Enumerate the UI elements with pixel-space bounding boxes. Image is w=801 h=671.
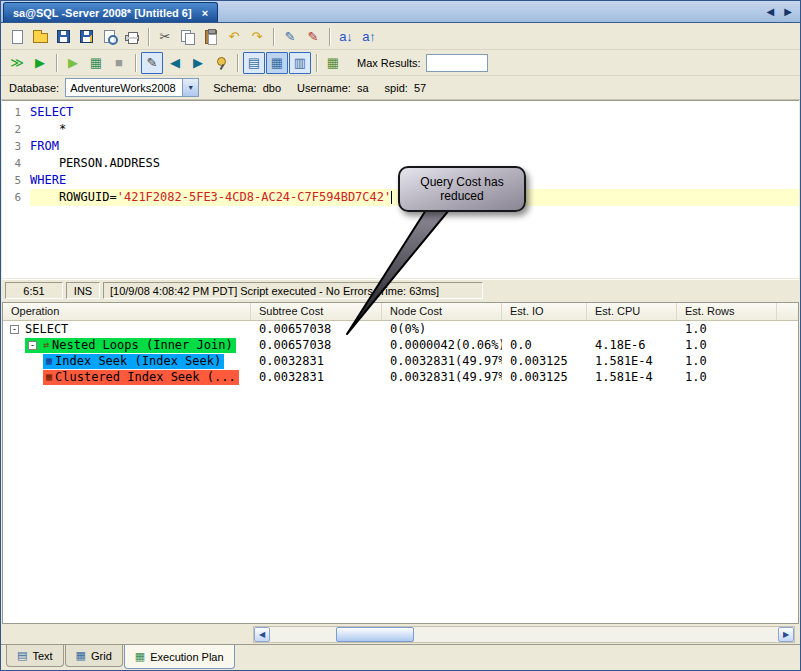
operation-chip: -SELECT bbox=[7, 322, 71, 337]
plan-cell: 0.00657038 bbox=[251, 321, 382, 337]
results-grid-mode-icon-glyph: ▦ bbox=[271, 56, 283, 69]
sql-keyword-segment: SELECT bbox=[30, 105, 73, 119]
sql-plain-segment: PERSON.ADDRESS bbox=[30, 156, 160, 170]
schema-value: dbo bbox=[263, 82, 281, 94]
schema-label: Schema: bbox=[213, 82, 256, 94]
scrollbar-thumb[interactable] bbox=[336, 627, 414, 642]
editor-line-2[interactable]: 2 * bbox=[2, 121, 799, 138]
tab-execution-plan[interactable]: ▦Execution Plan bbox=[124, 645, 235, 669]
editor-line-1[interactable]: 1SELECT bbox=[2, 104, 799, 121]
plan-row[interactable]: ▦Clustered Index Seek (...0.00328310.003… bbox=[3, 369, 798, 385]
plan-column-header-node-cost[interactable]: Node Cost bbox=[382, 303, 502, 320]
save-icon[interactable] bbox=[52, 26, 74, 48]
plan-row[interactable]: -⇄Nested Loops (Inner Join)0.006570380.0… bbox=[3, 337, 798, 353]
close-tab-icon[interactable]: × bbox=[202, 7, 208, 19]
result-tabs: ▤Text▦Grid▦Execution Plan bbox=[1, 644, 800, 671]
save-all-icon-glyph bbox=[80, 30, 93, 43]
tab-label: Grid bbox=[91, 650, 112, 662]
operation-cell: ▦Clustered Index Seek (... bbox=[3, 370, 251, 385]
print-icon[interactable] bbox=[121, 26, 143, 48]
results-grid-mode-icon[interactable]: ▦ bbox=[266, 52, 288, 74]
toolbar-separator bbox=[135, 54, 137, 72]
execute-icon[interactable]: ▶ bbox=[29, 52, 51, 74]
plan-header-row: OperationSubtree CostNode CostEst. IOEst… bbox=[3, 303, 798, 321]
database-selected-value: AdventureWorks2008 bbox=[70, 82, 176, 94]
redo-icon[interactable]: ↷ bbox=[246, 26, 268, 48]
database-select[interactable]: AdventureWorks2008 ▼ bbox=[65, 78, 199, 97]
editor-line-3[interactable]: 3FROM bbox=[2, 138, 799, 155]
tree-collapse-icon[interactable]: - bbox=[10, 325, 19, 334]
syntax-check-icon[interactable]: ✎ bbox=[302, 26, 324, 48]
execute-export-icon-glyph: ▦ bbox=[90, 56, 102, 69]
grid-tab-icon: ▦ bbox=[76, 650, 86, 661]
plan-column-header-est-io[interactable]: Est. IO bbox=[502, 303, 587, 320]
plan-column-header-est-rows[interactable]: Est. Rows bbox=[677, 303, 777, 320]
execute-all-icon-glyph: ≫ bbox=[10, 56, 24, 69]
operation-cell: -⇄Nested Loops (Inner Join) bbox=[3, 338, 251, 353]
copy-icon[interactable] bbox=[177, 26, 199, 48]
insert-mode-indicator: INS bbox=[66, 282, 100, 299]
lowercase-convert-icon[interactable]: a↓ bbox=[335, 26, 357, 48]
tree-collapse-icon[interactable]: - bbox=[28, 341, 37, 350]
nested-loops-icon: ⇄ bbox=[43, 340, 49, 350]
uppercase-convert-icon[interactable]: a↑ bbox=[358, 26, 380, 48]
plan-row[interactable]: ▦Index Seek (Index Seek)0.00328310.00328… bbox=[3, 353, 798, 369]
plan-row[interactable]: -SELECT0.006570380(0%)1.0 bbox=[3, 321, 798, 337]
cursor-position: 6:51 bbox=[5, 282, 63, 299]
cut-icon[interactable]: ✂ bbox=[154, 26, 176, 48]
plan-cell: 0.0 bbox=[502, 337, 587, 353]
print-preview-icon[interactable] bbox=[98, 26, 120, 48]
export-grid-icon[interactable]: ▦ bbox=[322, 52, 344, 74]
operation-label: Clustered Index Seek (... bbox=[55, 370, 236, 385]
document-tab[interactable]: sa@SQL -Server 2008* [Untitled 6] × bbox=[3, 2, 218, 22]
execute-all-icon[interactable]: ≫ bbox=[6, 52, 28, 74]
syntax-check-icon-glyph: ✎ bbox=[308, 30, 319, 43]
tab-grid[interactable]: ▦Grid bbox=[65, 645, 123, 667]
copy-icon-glyph bbox=[181, 30, 195, 44]
results-pivot-mode-icon[interactable]: ▥ bbox=[289, 52, 311, 74]
callout-balloon: Query Cost has reduced bbox=[398, 166, 526, 212]
tab-text[interactable]: ▤Text bbox=[6, 645, 64, 667]
previous-result-icon[interactable]: ◀ bbox=[164, 52, 186, 74]
plan-cell: 0(0%) bbox=[382, 321, 502, 337]
export-grid-icon-glyph: ▦ bbox=[327, 56, 339, 69]
save-all-icon[interactable] bbox=[75, 26, 97, 48]
document-tab-title: sa@SQL -Server 2008* [Untitled 6] bbox=[13, 7, 192, 19]
cut-icon-glyph: ✂ bbox=[160, 30, 171, 43]
results-pivot-mode-icon-glyph: ▥ bbox=[294, 56, 306, 69]
plan-cell: 1.581E-4 bbox=[587, 353, 677, 369]
operation-chip: ▦Clustered Index Seek (... bbox=[43, 370, 239, 385]
pin-results-icon[interactable] bbox=[210, 52, 232, 74]
tab-scroll-left-icon[interactable]: ◀ bbox=[767, 6, 775, 17]
clustered-index-seek-icon: ▦ bbox=[46, 372, 52, 382]
edit-mode-icon[interactable]: ✎ bbox=[141, 52, 163, 74]
open-folder-icon[interactable] bbox=[29, 26, 51, 48]
execute-export-icon[interactable]: ▦ bbox=[85, 52, 107, 74]
next-result-icon[interactable]: ▶ bbox=[187, 52, 209, 74]
stop-icon[interactable]: ■ bbox=[108, 52, 130, 74]
plan-column-header-operation[interactable]: Operation bbox=[3, 303, 251, 320]
operation-chip: ▦Index Seek (Index Seek) bbox=[43, 354, 224, 369]
combo-dropdown-icon[interactable]: ▼ bbox=[182, 79, 198, 96]
tab-label: Execution Plan bbox=[150, 651, 223, 663]
format-sql-icon[interactable]: ✎ bbox=[279, 26, 301, 48]
line-number: 3 bbox=[2, 138, 30, 155]
max-results-input[interactable] bbox=[426, 54, 488, 72]
paste-icon[interactable] bbox=[200, 26, 222, 48]
lowercase-convert-icon-glyph: a↓ bbox=[339, 30, 353, 43]
tab-scroll-right-icon[interactable]: ▶ bbox=[784, 6, 792, 17]
horizontal-scrollbar[interactable]: ◀ ▶ bbox=[253, 626, 795, 643]
plan-cell: 1.0 bbox=[677, 321, 777, 337]
undo-icon[interactable]: ↶ bbox=[223, 26, 245, 48]
plan-column-header-est-cpu[interactable]: Est. CPU bbox=[587, 303, 677, 320]
editor-line-text: FROM bbox=[30, 138, 799, 155]
plan-column-header-subtree-cost[interactable]: Subtree Cost bbox=[251, 303, 382, 320]
execute-edit-icon[interactable]: ▶ bbox=[62, 52, 84, 74]
scrollbar-track[interactable] bbox=[270, 627, 778, 642]
scroll-left-icon[interactable]: ◀ bbox=[254, 627, 270, 642]
new-document-icon-glyph bbox=[12, 30, 23, 44]
scroll-right-icon[interactable]: ▶ bbox=[778, 627, 794, 642]
results-text-mode-icon[interactable]: ▤ bbox=[243, 52, 265, 74]
sql-string-segment: '421F2082-5FE3-4CD8-AC24-C7F594BD7C42' bbox=[117, 190, 392, 204]
new-document-icon[interactable] bbox=[6, 26, 28, 48]
